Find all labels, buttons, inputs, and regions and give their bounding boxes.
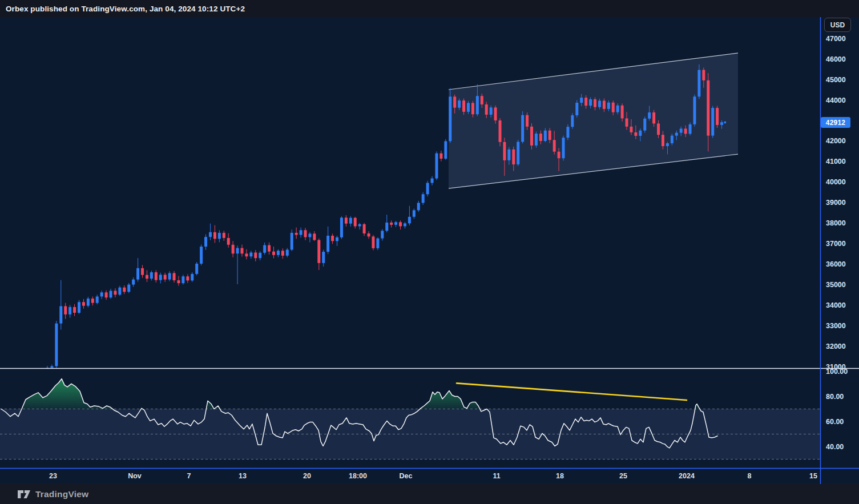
time-axis-label: 18 [556,472,564,480]
time-axis-label: 2024 [679,472,695,480]
candle [376,237,379,250]
candle [426,181,429,196]
candle [535,131,538,147]
candle [693,95,696,127]
rsi-axis-label: 40.00 [826,443,844,451]
candle [340,216,343,239]
footer-bar: TradingView [0,484,859,504]
tradingview-logo-text: TradingView [35,489,88,499]
time-axis-label: 8 [748,472,752,480]
price-axis-label: 42000 [826,137,846,145]
tradingview-published-chart: Orbex published on TradingView.com, Jan … [0,0,859,504]
time-axis-label: 25 [619,472,627,480]
last-price-label: 42912 [821,117,850,128]
candle [517,140,519,166]
time-axis-label: Dec [400,472,413,480]
time-axis-label: 15 [809,472,817,480]
candle [562,136,565,161]
chart-canvas[interactable]: 4700046000450004400042000410004000039000… [0,0,859,484]
time-axis-label: 18:00 [349,472,367,480]
candle [78,300,80,314]
time-axis-label: 7 [187,472,191,480]
price-axis-label: 35000 [826,281,846,289]
rsi-axis-label: 80.00 [826,393,844,401]
price-axis-label: 34000 [826,301,846,309]
price-axis-label: 38000 [826,219,846,227]
price-axis-label: 33000 [826,322,846,330]
candle [711,106,714,138]
rsi-axis-label: 100.00 [826,368,848,376]
candle [530,123,533,150]
candle [195,262,198,275]
price-axis-label: 39000 [826,199,846,207]
candle [435,151,438,180]
tradingview-logo-link[interactable]: TradingView [17,489,88,499]
price-axis-label: 41000 [826,158,846,166]
candle [716,106,719,128]
price-axis-label: 37000 [826,240,846,248]
price-axis-label: 47000 [826,35,846,43]
price-axis-label: 32000 [826,342,846,350]
candle [571,113,574,129]
time-axis-label: 11 [493,472,500,480]
candle [521,111,524,144]
rsi-axis-label: 60.00 [826,418,844,426]
time-axis-label: Nov [128,472,142,480]
price-axis-label: 46000 [826,55,846,63]
candle [55,321,58,368]
time-axis-label: 20 [303,472,311,480]
candle [372,235,374,251]
candle [200,244,203,265]
candle [643,116,646,132]
price-axis-label: 40000 [826,178,846,186]
price-axis-label: 36000 [826,260,846,268]
last-price-dot [724,122,727,124]
price-axis-label: 44000 [826,96,846,104]
candle [444,139,447,160]
price-axis-label: 45000 [826,76,846,84]
rsi-band-fill [0,409,820,459]
time-axis-label: 13 [239,472,247,480]
currency-toggle-button[interactable]: USD [824,18,851,32]
tradingview-logo-icon [17,490,31,499]
time-axis-label: 23 [49,472,57,480]
